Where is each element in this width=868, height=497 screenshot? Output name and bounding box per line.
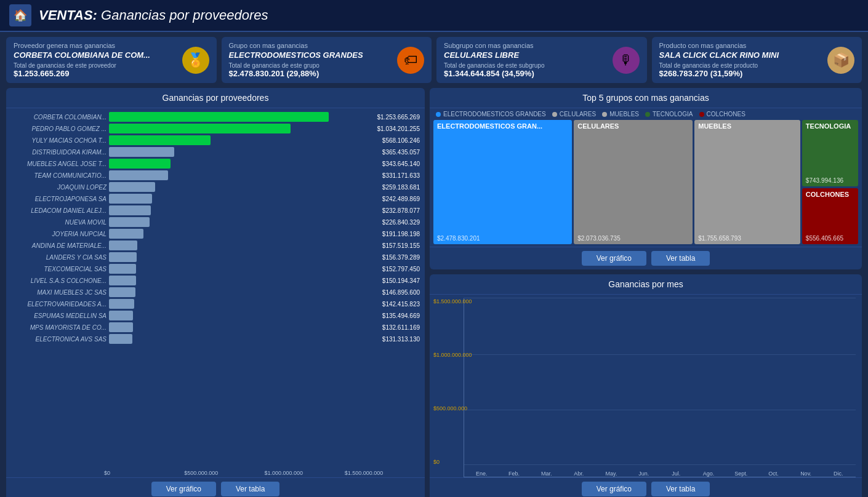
treemap-label: ELECTRODOMESTICOS GRAN...	[437, 122, 568, 130]
monthly-bar-group: May.	[597, 469, 627, 477]
providers-title: Ganancias por proveedores	[6, 88, 425, 108]
bar-value: $157.519.155	[382, 242, 420, 249]
monthly-bar-group: Sept.	[726, 469, 756, 477]
bar-row: ELECTRONICA AVS SAS $131.313.130	[11, 334, 420, 344]
month-label: Jun.	[638, 471, 649, 477]
bar-track	[109, 299, 377, 309]
bar-row: DISTRIBUIDORA KIRAM... $365.435.057	[11, 147, 420, 157]
treemap-cell: COLCHONES$556.405.665	[802, 188, 858, 244]
bar-row: ELECTROVARIEDADES A... $142.415.823	[11, 299, 420, 309]
bar-label: LIVEL S.A.S COLCHONE...	[11, 277, 106, 284]
legend-item: TECNOLOGIA	[645, 111, 693, 117]
axis-label: $1.500.000.000	[345, 470, 425, 476]
monthly-bar-group: Jul.	[661, 469, 691, 477]
treemap-cell: MUEBLES$1.755.658.793	[694, 120, 800, 244]
kpi-card: Grupo con mas ganancias ELECTRODOMESTICO…	[222, 37, 432, 83]
bar-fill	[109, 182, 155, 192]
bar-row: PEDRO PABLO GOMEZ ... $1.034.201.255	[11, 124, 420, 133]
providers-graph-button[interactable]: Ver gráfico	[151, 482, 216, 496]
bar-row: LANDERS Y CIA SAS $156.379.289	[11, 252, 420, 262]
bar-row: MAXI MUEBLES JC SAS $146.895.600	[11, 287, 420, 297]
treemap-col: CELULARES$2.073.036.735	[574, 120, 693, 244]
bar-label: YULY MACIAS OCHOA T...	[11, 137, 106, 144]
top5-table-button[interactable]: Ver tabla	[651, 251, 710, 266]
legend-label: CELULARES	[560, 111, 596, 117]
bar-row: ELECTROJAPONESA SA $242.489.869	[11, 194, 420, 204]
bar-fill	[109, 252, 137, 262]
bar-value: $232.878.077	[382, 207, 420, 214]
bar-label: LANDERS Y CIA SAS	[11, 254, 106, 261]
monthly-table-button[interactable]: Ver tabla	[651, 482, 710, 496]
bar-label: PEDRO PABLO GOMEZ ...	[11, 125, 106, 132]
bar-row: JOAQUIN LOPEZ $259.183.681	[11, 182, 420, 192]
legend-dot	[699, 112, 704, 117]
month-label: Nov.	[800, 471, 811, 477]
page-title: VENTAS: Ganancias por proveedores	[39, 7, 268, 23]
top5-graph-button[interactable]: Ver gráfico	[582, 251, 646, 266]
treemap-col: MUEBLES$1.755.658.793	[694, 120, 800, 244]
monthly-bar-group: Oct.	[758, 469, 789, 477]
home-icon[interactable]: 🏠	[9, 4, 31, 26]
kpi-card: Subgrupo con mas ganancias CELULARES LIB…	[436, 37, 647, 83]
monthly-bar-group: Ago.	[694, 469, 724, 477]
bar-label: ANDINA DE MATERIALE...	[11, 242, 106, 249]
bar-fill	[109, 124, 291, 133]
bar-track	[109, 334, 377, 344]
bar-fill	[109, 311, 133, 320]
legend-item: CELULARES	[552, 111, 596, 117]
bar-label: ELECTROVARIEDADES A...	[11, 301, 106, 308]
bar-track	[109, 229, 377, 239]
monthly-bar-group: Ene.	[467, 469, 497, 477]
legend-label: TECNOLOGIA	[653, 111, 693, 117]
bar-row: ESPUMAS MEDELLIN SA $135.494.669	[11, 311, 420, 320]
bar-value: $1.253.665.269	[377, 114, 420, 121]
bar-label: TEAM COMMUNICATIO...	[11, 172, 106, 179]
bar-label: CORBETA COLOMBIAN...	[11, 114, 106, 121]
kpi-text: Producto con mas ganancias SALA CLICK CL…	[659, 42, 822, 78]
month-label: Oct.	[768, 471, 779, 477]
treemap-cell: TECNOLOGIA$743.994.136	[802, 120, 858, 186]
month-label: May.	[606, 471, 617, 477]
treemap-col: TECNOLOGIA$743.994.136COLCHONES$556.405.…	[802, 120, 858, 244]
legend-label: ELECTRODOMESTICOS GRANDES	[443, 111, 546, 117]
month-label: Mar.	[541, 471, 552, 477]
monthly-bar-group: Jun.	[629, 469, 659, 477]
treemap-value: $556.405.665	[806, 235, 854, 242]
header: 🏠 VENTAS: Ganancias por proveedores	[0, 0, 868, 32]
bar-row: TEXCOMERCIAL SAS $152.797.450	[11, 264, 420, 274]
monthly-graph-button[interactable]: Ver gráfico	[582, 482, 646, 496]
bar-list: CORBETA COLOMBIAN... $1.253.665.269 PEDR…	[6, 108, 425, 467]
providers-table-button[interactable]: Ver tabla	[221, 482, 279, 496]
month-label: Ago.	[703, 471, 715, 477]
kpi-sublabel: Total de ganancias de este grupo	[229, 62, 392, 69]
legend-item: MUEBLES	[602, 111, 639, 117]
bar-fill	[109, 147, 174, 157]
kpi-card: Proveedor genera mas ganancias CORBETA C…	[6, 37, 217, 83]
bar-track	[109, 287, 377, 297]
treemap-label: MUEBLES	[698, 122, 797, 130]
legend-label: COLCHONES	[707, 111, 745, 117]
bar-value: $365.435.057	[382, 149, 420, 156]
bar-label: MAXI MUEBLES JC SAS	[11, 289, 106, 296]
monthly-bar-group: Abr.	[564, 469, 594, 477]
monthly-title: Ganancias por mes	[430, 274, 862, 295]
bar-fill	[109, 112, 329, 122]
bar-row: TEAM COMMUNICATIO... $331.171.633	[11, 170, 420, 180]
legend-label: MUEBLES	[609, 111, 639, 117]
month-label: Ene.	[476, 471, 488, 477]
kpi-sublabel: Total de ganancias de este proveedor	[14, 62, 176, 69]
kpi-sublabel: Total de ganancias de este subgrupo	[444, 62, 606, 69]
kpi-row: Proveedor genera mas ganancias CORBETA C…	[0, 32, 868, 88]
kpi-card: Producto con mas ganancias SALA CLICK CL…	[652, 37, 862, 83]
bar-fill	[109, 334, 132, 344]
axis-label: $500.000.000	[184, 470, 264, 476]
bar-label: DISTRIBUIDORA KIRAM...	[11, 149, 106, 156]
bar-row: YULY MACIAS OCHOA T... $568.106.246	[11, 135, 420, 145]
grid-line	[464, 354, 856, 355]
kpi-label: Producto con mas ganancias	[659, 42, 822, 49]
bar-track	[109, 159, 377, 169]
grid-line	[464, 464, 856, 465]
top5-title: Top 5 grupos con mas ganancias	[430, 88, 862, 108]
legend-item: COLCHONES	[699, 111, 745, 117]
monthly-bar-group: Feb.	[499, 469, 529, 477]
